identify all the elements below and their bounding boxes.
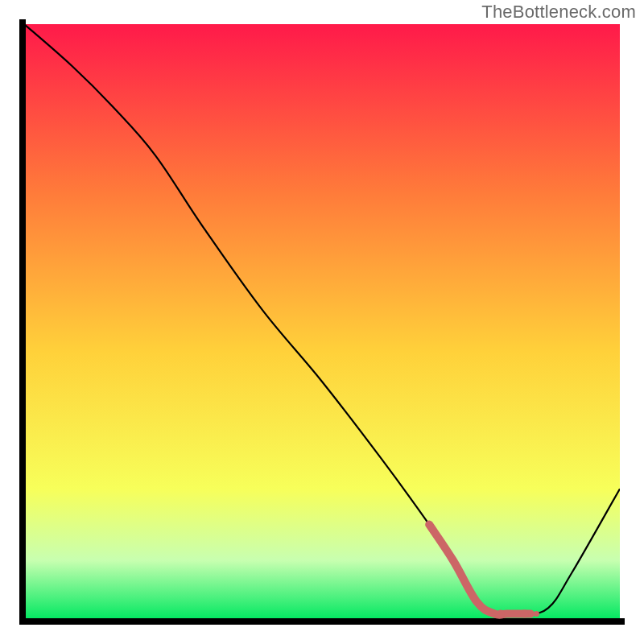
bottleneck-chart <box>0 0 644 644</box>
highlight-dot <box>521 610 529 618</box>
axis-left <box>19 19 26 625</box>
axis-bottom <box>19 618 625 625</box>
plot-background <box>24 24 620 620</box>
watermark-text: TheBottleneck.com <box>481 2 636 23</box>
chart-container: { "watermark": "TheBottleneck.com", "col… <box>0 0 644 644</box>
highlight-dot <box>510 611 515 617</box>
highlight-dot <box>534 611 539 617</box>
highlight-dot <box>497 610 505 618</box>
